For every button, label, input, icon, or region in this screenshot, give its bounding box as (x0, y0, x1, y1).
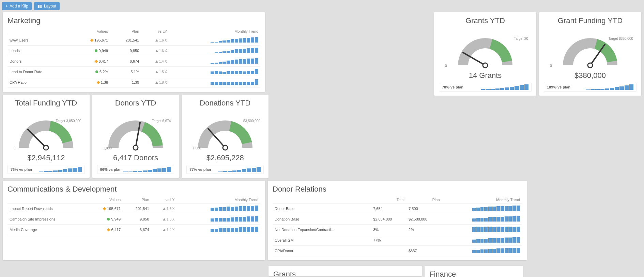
up-triangle-icon (155, 39, 158, 42)
gauge-wrap: Target $350,000 0 $380,000 (544, 28, 637, 80)
donor-relations-klip[interactable]: Donor Relations TotalPlanMonthly Trend D… (268, 181, 527, 260)
value-cell: 6,417 (72, 56, 110, 67)
plan-cell: 9,850 (110, 46, 141, 56)
table-row: Overall GM77% (273, 235, 522, 246)
trend-cell (442, 214, 522, 225)
pct-vs-plan: 77% vs plan (189, 167, 211, 172)
add-klip-button[interactable]: + Add a Klip (2, 2, 32, 10)
plan-cell: $837 (407, 246, 442, 256)
donations-klip[interactable]: Donations YTD $3,500,000 1,000 $2,695,22… (182, 95, 269, 178)
gauge-footer: 109% vs plan (544, 83, 637, 92)
plan-cell: 201,541 (110, 35, 141, 46)
circle-indicator-icon (95, 70, 98, 73)
sparkline (472, 237, 520, 243)
svg-point-9 (588, 63, 593, 68)
plan-cell: 2% (407, 225, 442, 235)
gauge-min-label: 0 (445, 64, 447, 68)
trend-cell (169, 35, 260, 46)
sparkline (211, 216, 258, 222)
value-cell: 9,949 (88, 214, 123, 225)
comm-dev-klip[interactable]: Communications & Development ValuesPlanv… (3, 181, 265, 260)
sparkline (211, 48, 258, 53)
klip-title: Donations YTD (186, 99, 264, 108)
up-triangle-icon (155, 60, 158, 63)
trend-cell (177, 225, 260, 235)
gauge-target-label: Target 3,850,000 (56, 119, 81, 123)
diamond-indicator-icon (90, 39, 94, 42)
gauge-target-label: Target 6,674 (152, 119, 171, 123)
trend-cell (442, 246, 522, 256)
column-header: Monthly Trend (177, 196, 260, 203)
vsly-cell: 1.4 X (151, 225, 177, 235)
vsly-cell: 1.6 X (141, 46, 169, 56)
table-row: www Users195,671201,5411.6 X (7, 35, 260, 46)
gauge-wrap: $3,500,000 1,000 $2,695,228 (186, 110, 264, 162)
grant-funding-klip[interactable]: Grant Funding YTD Target $350,000 0 $380… (539, 12, 641, 96)
total-cell: 3% (371, 225, 407, 235)
table-row: Lead to Donor Rate6.2%5.1%1.5 X (7, 67, 260, 77)
table-row: Media Coverage6,4176,6741.4 X (7, 225, 260, 235)
column-header: vs LY (141, 28, 169, 35)
up-triangle-icon (155, 50, 158, 52)
total-cell: 77% (371, 235, 407, 246)
sparkline (34, 167, 82, 172)
plan-cell: 201,541 (123, 203, 151, 214)
pct-vs-plan: 76% vs plan (11, 167, 32, 172)
table-row: Net Donation Expansion/Contracti...3%2% (273, 225, 522, 235)
trend-cell (442, 225, 522, 235)
plan-cell: 6,674 (110, 56, 141, 67)
sparkline (123, 167, 171, 172)
column-header: Values (72, 28, 110, 35)
grants-klip-partial[interactable]: Grants (269, 266, 422, 276)
total-funding-klip[interactable]: Total Funding YTD Target 3,850,000 0 $2,… (3, 95, 90, 178)
grants-ytd-klip[interactable]: Grants YTD Target 20 0 14 Grants 70% vs … (434, 12, 536, 96)
row-label: Donation Base (273, 214, 371, 225)
row-label: www Users (7, 35, 72, 46)
row-label: CPA Ratio (7, 77, 72, 88)
total-cell: $2,654,000 (371, 214, 407, 225)
diamond-indicator-icon (94, 60, 98, 63)
trend-cell (169, 46, 260, 56)
gauge-footer: 77% vs plan (186, 165, 264, 174)
vsly-cell: 1.6 X (151, 214, 177, 225)
row-label: CPA/Donor. (273, 246, 371, 256)
up-triangle-icon (155, 71, 158, 73)
gauge-value: $2,695,228 (186, 153, 264, 162)
table-row: CPA Ratio1.381.391.8 X (7, 77, 260, 88)
add-klip-label: Add a Klip (10, 4, 28, 9)
value-cell: 195,671 (88, 203, 123, 214)
sparkline (481, 84, 528, 90)
diamond-indicator-icon (96, 81, 100, 84)
klip-title: Total Funding YTD (7, 99, 85, 108)
row-label: Donor Base (273, 203, 371, 214)
marketing-table: ValuesPlanvs LYMonthly Trend www Users19… (7, 28, 260, 88)
donors-klip[interactable]: Donors YTD Target 6,674 1,000 6,417 Dono… (92, 95, 179, 178)
column-header: Total (371, 196, 407, 203)
row-label: Media Coverage (7, 225, 88, 235)
row-label: Overall GM (273, 235, 371, 246)
svg-point-7 (483, 63, 488, 68)
vsly-cell: 1.5 X (141, 67, 169, 77)
column-header: Monthly Trend (442, 196, 522, 203)
pct-vs-plan: 70% vs plan (442, 85, 463, 89)
klip-title: Communications & Development (7, 185, 260, 194)
value-cell: 195,671 (72, 35, 110, 46)
gauge-wrap: Target 6,674 1,000 6,417 Donors (97, 110, 174, 162)
gauge-min-label: 0 (550, 64, 552, 68)
finance-klip-partial[interactable]: Finance (425, 266, 523, 277)
svg-point-5 (223, 145, 228, 150)
table-row: Campaign Site Impressions9,9499,8501.6 X (7, 214, 260, 225)
column-header: Plan (110, 28, 141, 35)
row-label: Donors (7, 56, 72, 67)
layout-button[interactable]: ▮▯ Layout (34, 2, 60, 10)
table-row: Donors6,4176,6741.4 X (7, 56, 260, 67)
gauge-footer: 76% vs plan (7, 165, 85, 174)
vsly-cell: 1.8 X (141, 77, 169, 88)
klip-title: Finance (429, 270, 519, 277)
klip-title: Donor Relations (273, 185, 522, 194)
marketing-klip[interactable]: Marketing ValuesPlanvs LYMonthly Trend w… (3, 12, 265, 92)
plan-cell (407, 235, 442, 246)
table-row: Leads9,9499,8501.6 X (7, 46, 260, 56)
diamond-indicator-icon (107, 228, 110, 232)
toolbar: + Add a Klip ▮▯ Layout (1, 1, 643, 11)
